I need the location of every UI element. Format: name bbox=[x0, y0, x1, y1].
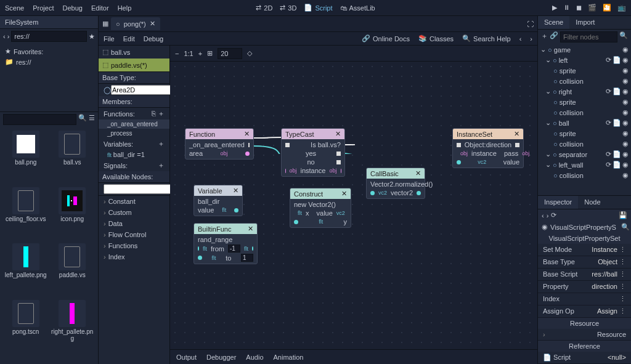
close-icon[interactable]: ✕ bbox=[415, 169, 421, 177]
visibility-icon[interactable]: ◉ bbox=[622, 77, 629, 85]
nav-back-icon[interactable]: ‹ bbox=[3, 33, 6, 40]
workspace-3d[interactable]: ⇄3D bbox=[280, 4, 296, 12]
list-view-icon[interactable]: ☰ bbox=[89, 114, 95, 125]
fwd-icon[interactable]: › bbox=[547, 212, 549, 219]
zoom-reset[interactable]: 1:1 bbox=[184, 50, 193, 57]
scene-node[interactable]: ⌄○ball⟳📄◉ bbox=[538, 118, 631, 128]
edit-edit[interactable]: Edit bbox=[123, 35, 135, 42]
node-category[interactable]: Custom bbox=[99, 207, 169, 218]
bottom-output[interactable]: Output bbox=[176, 354, 197, 361]
add-node-icon[interactable]: ＋ bbox=[541, 31, 548, 42]
tab-inspector[interactable]: Inspector bbox=[538, 196, 578, 209]
node-category[interactable]: Functions bbox=[99, 240, 169, 251]
render-icon[interactable]: 📺 bbox=[617, 4, 626, 12]
scene-node[interactable]: ○sprite◉ bbox=[538, 128, 631, 139]
script-icon[interactable]: 📄 bbox=[613, 56, 621, 64]
fn-on-area-entered[interactable]: _on_area_entered bbox=[99, 119, 169, 129]
scene-node[interactable]: ○sprite◉ bbox=[538, 65, 631, 76]
script-item-ball[interactable]: ⬚ball.vs bbox=[99, 46, 169, 59]
menu-scene[interactable]: Scene bbox=[5, 4, 24, 12]
add-var-icon[interactable]: ＋ bbox=[158, 139, 165, 148]
scene-tab[interactable]: ○ pong(*) ✕ bbox=[111, 17, 160, 30]
scene-node[interactable]: ⌄○left_wall⟳📄◉ bbox=[538, 160, 631, 170]
tab-import[interactable]: Import bbox=[569, 16, 601, 29]
group-reference[interactable]: Reference bbox=[538, 341, 631, 352]
scene-node[interactable]: ⌄○right⟳📄◉ bbox=[538, 86, 631, 97]
property-row[interactable]: Index ⋮ bbox=[538, 293, 631, 305]
play-scene-icon[interactable]: 🎬 bbox=[588, 4, 596, 12]
signal-icon[interactable]: ⟳ bbox=[606, 150, 611, 158]
pause-icon[interactable]: ⏸ bbox=[563, 4, 570, 12]
close-icon[interactable]: ✕ bbox=[341, 190, 347, 198]
scene-node[interactable]: ⌄○game◉ bbox=[538, 44, 631, 55]
zoom-in-icon[interactable]: + bbox=[198, 50, 202, 57]
search-help[interactable]: 🔍Search Help bbox=[462, 34, 511, 42]
distraction-free-icon[interactable]: ⛶ bbox=[527, 20, 534, 28]
scene-node[interactable]: ○collision◉ bbox=[538, 170, 631, 180]
script-icon[interactable]: 📄 bbox=[613, 87, 621, 95]
file-item[interactable]: pong.tscn bbox=[4, 300, 48, 361]
workspace-2d[interactable]: ⇄2D bbox=[256, 4, 272, 12]
file-item[interactable]: paddle.vs bbox=[51, 243, 95, 297]
visibility-icon[interactable]: ◉ bbox=[622, 119, 629, 127]
visibility-icon[interactable]: ◉ bbox=[622, 171, 629, 179]
file-item[interactable]: right_pallete.png bbox=[51, 300, 95, 361]
visibility-icon[interactable]: ◉ bbox=[622, 108, 629, 116]
file-item[interactable]: ball.png bbox=[4, 131, 48, 185]
node-callbasic[interactable]: CallBasic✕ Vector2.normalized() vc2vecto… bbox=[366, 168, 425, 199]
node-instanceset[interactable]: InstanceSet✕ Object:direction objinstanc… bbox=[452, 128, 524, 168]
back-icon[interactable]: ‹ bbox=[542, 212, 544, 219]
classes-help[interactable]: 📚Classes bbox=[418, 34, 454, 42]
file-item[interactable]: ball.vs bbox=[51, 131, 95, 185]
visibility-icon[interactable]: ◉ bbox=[622, 161, 629, 169]
workspace-script[interactable]: 📄Script bbox=[304, 4, 332, 12]
node-variable[interactable]: Variable✕ ball_dir valueflt bbox=[193, 185, 243, 216]
signal-icon[interactable]: ⟳ bbox=[606, 87, 611, 95]
root-folder[interactable]: 📁res:// bbox=[5, 57, 93, 67]
property-row[interactable]: Base TypeObject ⋮ bbox=[538, 256, 631, 269]
link-icon[interactable]: 🔗 bbox=[550, 31, 558, 42]
visibility-icon[interactable]: ◉ bbox=[622, 98, 629, 106]
menu-help[interactable]: Help bbox=[118, 4, 132, 12]
property-row[interactable]: Assign OpAssign ⋮ bbox=[538, 305, 631, 318]
favorite-icon[interactable]: ★ bbox=[89, 33, 95, 41]
menu-debug[interactable]: Debug bbox=[62, 4, 82, 12]
visibility-icon[interactable]: ◉ bbox=[622, 46, 629, 54]
script-icon[interactable]: 📄 bbox=[613, 119, 621, 127]
bottom-debugger[interactable]: Debugger bbox=[206, 354, 236, 361]
search-icon[interactable]: 🔍 bbox=[619, 31, 628, 42]
scene-node[interactable]: ⌄○separator⟳📄◉ bbox=[538, 149, 631, 160]
node-category[interactable]: Flow Control bbox=[99, 229, 169, 240]
node-category[interactable]: Data bbox=[99, 218, 169, 229]
property-row[interactable]: Propertydirection ⋮ bbox=[538, 281, 631, 293]
visibility-icon[interactable]: ◉ bbox=[622, 129, 629, 137]
search-icon[interactable]: 🔍 bbox=[621, 223, 630, 231]
history-icon[interactable]: ⟳ bbox=[551, 211, 556, 219]
tab-scene[interactable]: Scene bbox=[538, 16, 569, 29]
visibility-icon[interactable]: ◉ bbox=[622, 150, 629, 158]
edit-dbg[interactable]: Debug bbox=[144, 35, 163, 42]
stepper-icon[interactable]: ◇ bbox=[247, 49, 252, 57]
play-icon[interactable]: ▶ bbox=[552, 4, 557, 12]
path-input[interactable] bbox=[11, 31, 87, 42]
signal-icon[interactable]: ⟳ bbox=[606, 161, 611, 169]
play-custom-icon[interactable]: 🎦 bbox=[603, 4, 611, 12]
signal-icon[interactable]: ⟳ bbox=[606, 119, 611, 127]
scene-node[interactable]: ○collision◉ bbox=[538, 139, 631, 149]
close-icon[interactable]: ✕ bbox=[233, 187, 238, 195]
visibility-icon[interactable]: ◉ bbox=[622, 67, 629, 75]
edit-file[interactable]: File bbox=[104, 35, 115, 42]
to-input[interactable] bbox=[241, 254, 253, 262]
bottom-audio[interactable]: Audio bbox=[246, 354, 263, 361]
resource-expand[interactable]: Resource bbox=[538, 329, 631, 341]
file-item[interactable]: icon.png bbox=[51, 187, 95, 241]
file-item[interactable]: left_pallete.png bbox=[4, 243, 48, 297]
zoom-out-icon[interactable]: − bbox=[175, 50, 179, 57]
node-construct[interactable]: Construct✕ new Vector2() fltxvaluevc2 fl… bbox=[290, 188, 351, 228]
stop-icon[interactable]: ◼ bbox=[576, 4, 582, 12]
script-icon[interactable]: 📄 bbox=[613, 150, 621, 158]
online-docs[interactable]: 🔗Online Docs bbox=[362, 34, 410, 42]
node-builtinfunc[interactable]: BuiltinFunc✕ rand_range fltfromflt fltto bbox=[193, 223, 258, 264]
fn-process[interactable]: _process bbox=[99, 129, 169, 138]
property-row[interactable]: Set ModeInstance ⋮ bbox=[538, 244, 631, 256]
